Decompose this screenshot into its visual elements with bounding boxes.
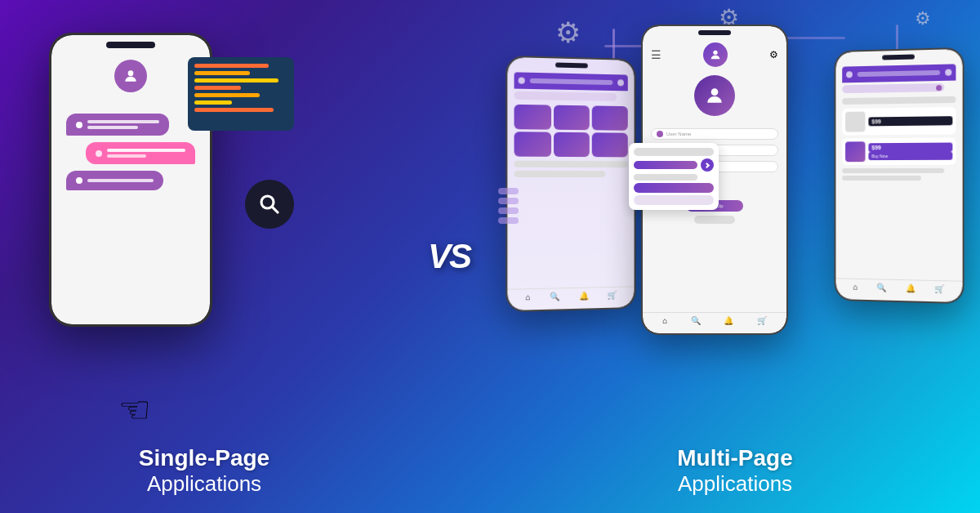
mpa-phone-left: ⌂ 🔍 🔔 🛒 — [506, 56, 635, 312]
app-topbar-right — [842, 64, 956, 83]
sub-btn — [694, 216, 735, 224]
gear-icon-left: ⚙ — [555, 16, 581, 49]
hand-cursor-icon: ☞ — [118, 388, 151, 431]
svg-line-2 — [272, 207, 278, 212]
code-line — [194, 108, 274, 112]
phone-header: ☰ ⚙ — [651, 42, 778, 67]
nav-bar: ⌂ 🔍 🔔 🛒 — [507, 286, 634, 306]
search-circle — [245, 180, 294, 229]
mpa-phone-right: $99 $99 Buy Now ⌂ 🔍 🔔 🛒 — [835, 47, 964, 304]
app-grid — [514, 105, 628, 158]
content-row — [514, 171, 606, 177]
vs-text: VS — [428, 237, 470, 276]
svg-point-0 — [128, 70, 134, 76]
phone-notch — [698, 30, 731, 35]
spa-label: Single-Page Applications — [139, 445, 270, 497]
chat-bubble-3 — [66, 171, 163, 190]
phone-screen — [51, 35, 210, 324]
svg-point-3 — [713, 51, 717, 55]
mpa-label: Multi-Page Applications — [677, 445, 793, 497]
vertical-pills — [498, 188, 519, 224]
username-field: User Name — [651, 128, 778, 140]
content-line — [842, 96, 956, 105]
chat-area — [60, 105, 202, 205]
code-line — [194, 93, 260, 97]
shop-item-2: $99 Buy Now — [842, 137, 956, 165]
svg-point-4 — [711, 88, 719, 96]
code-line — [194, 86, 241, 90]
spa-label-bold: Single-Page — [139, 445, 270, 471]
left-section: ☞ Single-Page Applications — [0, 0, 408, 513]
phone-notch — [882, 54, 915, 60]
float-panel-left — [629, 143, 719, 210]
main-background: ☞ Single-Page Applications VS ⚙ ⚙ ⚙ — [0, 0, 980, 513]
phone-notch — [106, 42, 155, 48]
search-bar-right — [842, 83, 944, 93]
login-avatar — [694, 75, 735, 116]
code-block-overlay — [188, 57, 294, 131]
chat-avatar — [114, 60, 147, 92]
content-row — [514, 161, 628, 168]
content-line — [842, 176, 921, 181]
right-section: ⚙ ⚙ ⚙ — [490, 0, 980, 513]
phone-notch — [555, 62, 588, 68]
code-line — [194, 78, 278, 83]
chat-bubble-1 — [66, 114, 169, 136]
code-line — [194, 64, 269, 68]
spa-label-normal: Applications — [139, 471, 270, 497]
mpa-label-normal: Applications — [677, 471, 793, 497]
mpa-label-bold: Multi-Page — [677, 445, 793, 471]
chat-bubble-2 — [86, 142, 195, 164]
nav-bar-center: ⌂ 🔍 🔔 🛒 — [643, 312, 786, 328]
gear-icon-right: ⚙ — [915, 8, 931, 29]
shop-item-1: $99 — [842, 107, 956, 136]
code-line — [194, 100, 232, 105]
code-line — [194, 71, 250, 75]
nav-bar-right: ⌂ 🔍 🔔 🛒 — [835, 278, 962, 297]
app-topbar — [514, 72, 628, 91]
vs-section: VS — [408, 237, 490, 276]
search-bar — [514, 91, 617, 101]
content-line — [842, 168, 944, 173]
